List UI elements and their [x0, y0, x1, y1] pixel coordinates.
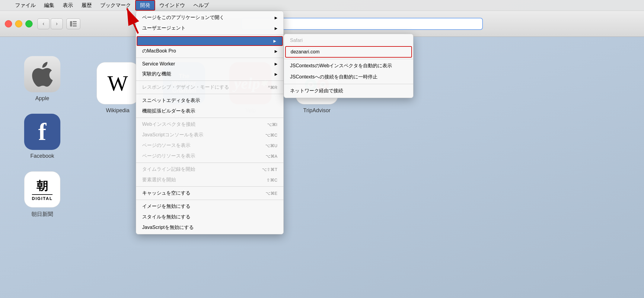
submenu-safari: Safari [284, 35, 413, 46]
close-button[interactable] [5, 20, 12, 27]
separator-2 [136, 58, 283, 58]
wikipedia-icon: W [97, 62, 139, 104]
sidebar-toggle-button[interactable] [66, 18, 80, 29]
asahi-label: 朝日新聞 [31, 211, 53, 218]
apple-icon [24, 56, 60, 92]
main-item-wikipedia[interactable]: W Wikipedia [97, 62, 139, 114]
separator-3 [136, 81, 283, 81]
menu-experimental[interactable]: 実験的な機能 ▶ [136, 69, 283, 79]
menu-disable-styles[interactable]: スタイルを無効にする [136, 212, 283, 222]
svg-rect-1 [73, 21, 77, 22]
sub-submenu: Safari dezanari.com JSContextsのWebインスペクタ… [284, 34, 413, 98]
develop-dropdown: ページをこのアプリケーションで開く ▶ ユーザエージェント ▶ ▶ のMacBo… [136, 11, 284, 234]
toolbar: ‹ › [0, 11, 644, 37]
apple-label: Apple [35, 95, 49, 102]
nav-buttons: ‹ › [37, 18, 63, 29]
menu-bookmarks[interactable]: ブックマーク [96, 1, 135, 10]
menu-develop[interactable]: 開発 [135, 0, 155, 11]
sidebar-item-facebook[interactable]: f Facebook [24, 114, 60, 159]
separator-4 [136, 94, 283, 94]
menu-file[interactable]: ファイル [11, 1, 40, 10]
separator-5 [136, 118, 283, 118]
tripadvisor-label: TripAdvisor [303, 107, 330, 114]
menu-js-console: JavaScriptコンソールを表示 ⌥⌘C [136, 130, 283, 140]
separator-7 [136, 186, 283, 187]
separator-8 [136, 200, 283, 200]
menu-start-timeline: タイムライン記録を開始 ⌥⇧⌘T [136, 164, 283, 175]
menu-user-agent[interactable]: ユーザエージェント ▶ [136, 23, 283, 33]
menu-view[interactable]: 表示 [59, 1, 77, 10]
menu-service-worker[interactable]: Service Worker ▶ [136, 59, 283, 69]
menu-start-element-select: 要素選択を開始 ⇧⌘C [136, 175, 283, 185]
traffic-lights [5, 20, 33, 27]
menu-snippet-editor[interactable]: スニペットエディタを表示 [136, 95, 283, 106]
menu-bar: ファイル 編集 表示 履歴 ブックマーク 開発 ウインドウ ヘルプ [0, 0, 644, 11]
submenu-separator-1 [284, 59, 413, 59]
menu-responsive-design: レスポンシブ・デザイン・モードにする ^⌘R [136, 82, 283, 93]
svg-rect-0 [70, 21, 72, 27]
forward-button[interactable]: › [51, 18, 63, 29]
menu-page-resources: ページのリソースを表示 ⌥⌘A [136, 151, 283, 161]
sidebar: Apple f Facebook 朝 DIGITAL 朝日新聞 [0, 44, 84, 298]
separator-1 [136, 35, 283, 35]
facebook-icon: f [24, 114, 60, 150]
menu-page-source: ページのソースを表示 ⌥⌘U [136, 140, 283, 151]
menu-empty-cache[interactable]: キャッシュを空にする ⌥⌘E [136, 188, 283, 198]
sidebar-item-apple[interactable]: Apple [24, 56, 60, 102]
submenu-jscontexts-pause[interactable]: JSContextsへの接続を自動的に一時停止 [284, 71, 413, 83]
menu-window[interactable]: ウインドウ [155, 1, 189, 10]
submenu-dezanari[interactable]: dezanari.com [285, 46, 412, 58]
asahi-icon: 朝 DIGITAL [24, 171, 60, 208]
maximize-button[interactable] [25, 20, 33, 27]
back-button[interactable]: ‹ [37, 18, 49, 29]
separator-6 [136, 163, 283, 163]
menu-extension-builder[interactable]: 機能拡張ビルダーを表示 [136, 106, 283, 116]
menu-open-in-app[interactable]: ページをこのアプリケーションで開く ▶ [136, 12, 283, 23]
menu-connect-inspector: Webインスペクタを接続 ⌥⌘I [136, 119, 283, 130]
submenu-jscontexts-auto[interactable]: JSContextsのWebインスペクタを自動的に表示 [284, 60, 413, 71]
submenu-network[interactable]: ネットワーク経由で接続 [284, 85, 413, 97]
menu-history[interactable]: 履歴 [77, 1, 96, 10]
menu-help[interactable]: ヘルプ [189, 1, 213, 10]
svg-rect-2 [73, 23, 77, 24]
menu-disable-js[interactable]: JavaScriptを無効にする [136, 222, 283, 233]
menu-disable-images[interactable]: イメージを無効にする [136, 201, 283, 212]
menu-apple[interactable] [2, 4, 11, 7]
submenu-separator-2 [284, 84, 413, 84]
minimize-button[interactable] [15, 20, 22, 27]
sidebar-item-asahi[interactable]: 朝 DIGITAL 朝日新聞 [24, 171, 60, 218]
menu-edit[interactable]: 編集 [40, 1, 59, 10]
menu-macbook-pro-device[interactable]: ▶ [137, 36, 283, 46]
menu-macbook-pro-2[interactable]: のMacBook Pro ▶ [136, 46, 283, 56]
wikipedia-label: Wikipedia [106, 107, 129, 114]
svg-rect-3 [73, 25, 77, 27]
facebook-label: Facebook [30, 153, 54, 159]
